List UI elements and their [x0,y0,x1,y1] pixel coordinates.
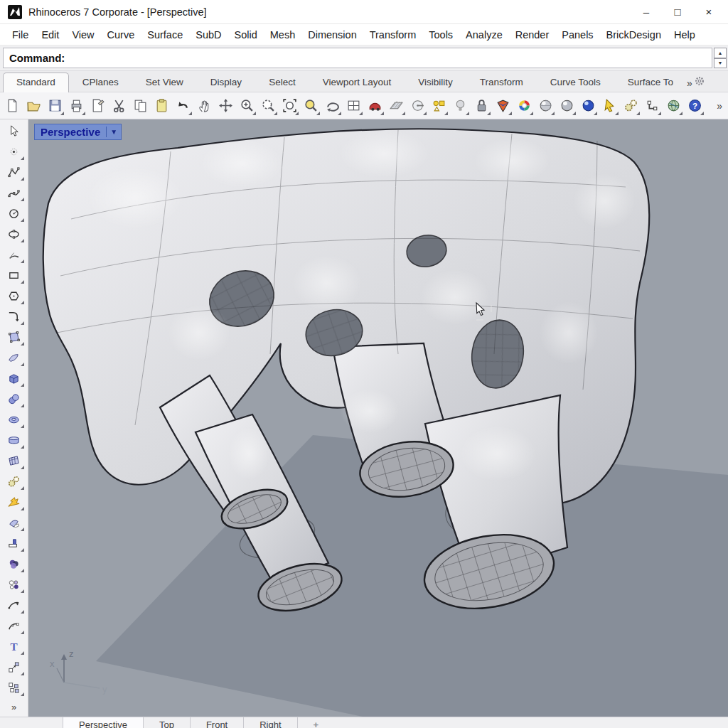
shaded-sphere-icon[interactable] [536,95,555,117]
sidebar-adjust-curve-tool[interactable] [3,595,26,616]
sidebar-gear-tools[interactable] [3,471,26,492]
toolbar-overflow-chevron[interactable]: » [714,100,725,112]
help-icon[interactable]: ? [685,95,705,117]
viewport-title[interactable]: Perspective [35,124,106,139]
viewport-menu-chevron-icon[interactable]: ▼ [106,127,121,137]
sidebar-select-pointer[interactable] [3,121,26,141]
sidebar-torus-tool[interactable] [3,410,26,430]
menu-item-render[interactable]: Render [509,26,556,43]
menu-item-brickdesign[interactable]: BrickDesign [600,26,668,43]
copy-icon[interactable] [131,95,150,117]
save-icon[interactable] [46,95,65,117]
sidebar-group-tool[interactable] [3,678,26,698]
zoom-selected-icon[interactable] [301,95,321,117]
toolbar-settings-gear-icon[interactable] [694,75,705,92]
menu-item-mesh[interactable]: Mesh [264,26,301,43]
toolbar-tab-select[interactable]: Select [255,73,309,92]
zoom-extents-icon[interactable] [280,95,299,117]
maximize-button[interactable]: □ [671,6,684,18]
sidebar-swatches-tool[interactable] [3,574,26,595]
sidebar-revolve-tool[interactable] [3,430,26,451]
sidebar-explode-tool[interactable] [3,492,26,513]
sidebar-overflow-chevron[interactable]: » [11,702,16,717]
lamp-icon[interactable] [451,95,470,117]
export-document-icon[interactable] [88,95,107,117]
sidebar-polyline-tool[interactable] [3,162,26,183]
command-input[interactable]: Command: [3,48,712,68]
layer-icon[interactable] [493,95,513,117]
paste-icon[interactable] [152,95,171,117]
rotate-view-icon[interactable] [216,95,235,117]
add-viewport-tab-button[interactable]: + [298,717,335,728]
menu-item-panels[interactable]: Panels [555,26,599,43]
menu-item-solid[interactable]: Solid [228,26,264,43]
sidebar-polygon-tool[interactable] [3,286,26,306]
sidebar-surface-sweep-tool[interactable] [3,348,26,368]
sidebar-box-tool[interactable] [3,368,26,389]
undo-view-change-icon[interactable] [323,95,342,117]
color-wheel-icon[interactable] [515,95,534,117]
menu-item-view[interactable]: View [65,26,100,43]
sidebar-scale-tool[interactable] [3,657,26,678]
menu-item-surface[interactable]: Surface [141,26,189,43]
cut-icon[interactable] [109,95,129,117]
toolbar-tab-viewport-layout[interactable]: Viewport Layout [309,73,405,92]
sidebar-mesh-tool[interactable] [3,451,26,471]
web-browser-icon[interactable] [664,95,683,117]
menu-item-tools[interactable]: Tools [422,26,459,43]
toolbar-tab-cplanes[interactable]: CPlanes [69,73,132,92]
tab-overflow-chevron[interactable]: » [687,77,694,92]
menu-item-dimension[interactable]: Dimension [301,26,363,43]
new-document-icon[interactable] [3,95,22,117]
zoom-dynamic-icon[interactable] [259,95,278,117]
menu-item-subd[interactable]: SubD [189,26,228,43]
raytrace-sphere-icon[interactable] [579,95,598,117]
sidebar-trim-tool[interactable] [3,513,26,533]
toolbar-tab-curve-tools[interactable]: Curve Tools [537,73,614,92]
toolbar-tab-display[interactable]: Display [197,73,255,92]
sidebar-text-tool[interactable]: T [3,636,26,657]
sidebar-join-tool[interactable] [3,533,26,554]
rendered-sphere-icon[interactable] [557,95,577,117]
close-button[interactable]: × [702,6,715,18]
toolbar-tab-standard[interactable]: Standard [3,73,69,92]
set-view-icon[interactable] [408,95,427,117]
viewport-tab-right[interactable]: Right [244,717,297,728]
sidebar-ellipse-tool[interactable] [3,224,26,245]
undo-icon[interactable] [173,95,193,117]
menu-item-transform[interactable]: Transform [363,26,423,43]
toolbar-tab-set-view[interactable]: Set View [132,73,197,92]
named-objects-icon[interactable] [429,95,449,117]
lock-icon[interactable] [472,95,491,117]
sidebar-point-tool[interactable] [3,141,26,162]
menu-item-file[interactable]: File [6,26,35,43]
history-icon[interactable] [643,95,662,117]
pan-icon[interactable] [195,95,214,117]
car-icon[interactable] [365,95,385,117]
sidebar-fillet-curve-tool[interactable] [3,306,26,327]
viewport-tab-front[interactable]: Front [191,717,244,728]
minimize-button[interactable]: – [640,6,653,18]
sidebar-rectangle-tool[interactable] [3,265,26,286]
menu-item-analyze[interactable]: Analyze [459,26,509,43]
open-file-icon[interactable] [24,95,43,117]
spinner-down-button[interactable]: ▼ [714,58,727,69]
menu-item-curve[interactable]: Curve [101,26,141,43]
spinner-up-button[interactable]: ▲ [714,48,727,58]
viewport-layout-icon[interactable] [344,95,363,117]
sidebar-surface-from-points-tool[interactable] [3,327,26,348]
toolbar-tab-visibility[interactable]: Visibility [405,73,466,92]
sidebar-control-point-curve-tool[interactable] [3,183,26,203]
toolbar-tab-surface-to[interactable]: Surface To [614,73,687,92]
selection-filter-icon[interactable] [600,95,619,117]
perspective-viewport[interactable]: Perspective ▼ [28,119,728,717]
print-icon[interactable] [67,95,86,117]
options-gears-icon[interactable] [621,95,641,117]
viewport-title-badge[interactable]: Perspective ▼ [34,124,122,140]
sidebar-object-color-tool[interactable] [3,554,26,574]
viewport-tab-top[interactable]: Top [144,717,191,728]
sidebar-arc-tool[interactable] [3,245,26,265]
sidebar-curve-handles-tool[interactable] [3,616,26,636]
sidebar-sphere-boolean-tool[interactable] [3,389,26,410]
menu-item-help[interactable]: Help [668,26,702,43]
